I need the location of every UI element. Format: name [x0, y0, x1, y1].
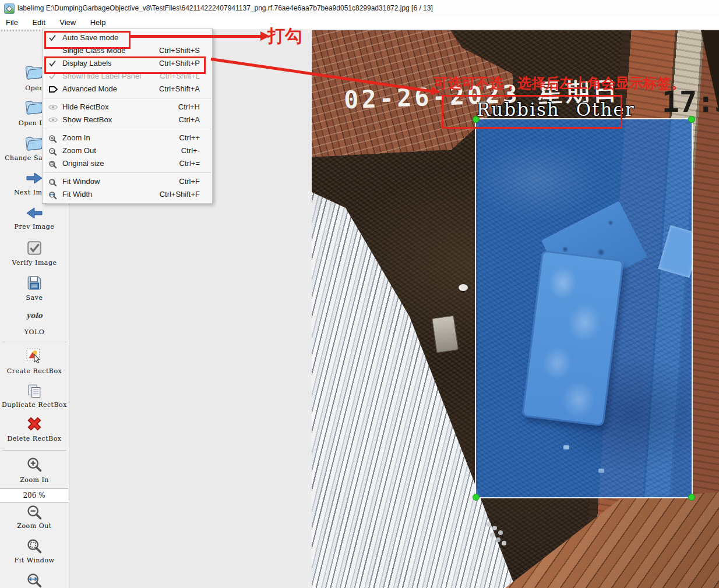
resize-handle-bottom-right[interactable]	[688, 494, 695, 501]
verify-check-icon[interactable]	[0, 240, 69, 258]
annotation-fill	[476, 119, 692, 497]
resize-handle-top-right[interactable]	[688, 116, 695, 123]
fit-window-icon[interactable]	[0, 538, 69, 557]
original-size-icon	[47, 157, 60, 170]
toolbar-duplicate-rectbox-button[interactable]: Duplicate RectBox	[0, 401, 69, 409]
arrow-left-icon[interactable]	[0, 206, 69, 223]
menu-separator	[44, 129, 211, 129]
zoom-in-icon	[47, 132, 60, 144]
toolbar-prev-image-button[interactable]: Prev Image	[0, 223, 69, 231]
app-icon	[4, 3, 15, 14]
title-bar: labelImg E:\DumpingGarbageObjective_v8\T…	[0, 0, 719, 17]
eye-icon	[47, 114, 60, 126]
highlight-box-display-labels	[44, 56, 206, 74]
toolbar-fit-window-button[interactable]: Fit Window	[0, 557, 69, 564]
fit-window-icon	[47, 175, 60, 188]
floppy-icon[interactable]	[0, 275, 69, 293]
duplicate-icon[interactable]	[0, 383, 69, 402]
fit-width-icon[interactable]	[0, 572, 69, 588]
menu-item-original-size[interactable]: Original size Ctrl+=	[43, 157, 212, 170]
zoom-out-icon	[47, 144, 60, 157]
menu-item-show-rectbox[interactable]: Show RectBox Ctrl+A	[43, 114, 212, 126]
toolbar-create-rectbox-button[interactable]: Create RectBox	[0, 367, 69, 375]
gray-bin-object	[432, 316, 459, 353]
zoom-in-icon[interactable]	[0, 456, 69, 475]
arrow-line-check	[129, 35, 262, 38]
fit-width-icon	[47, 188, 60, 201]
menu-item-fit-window[interactable]: Fit Window Ctrl+F	[43, 175, 212, 188]
annotation-rectbox[interactable]	[475, 118, 693, 498]
white-ball-object	[459, 284, 468, 291]
zoom-percent-input[interactable]: 206 %	[0, 488, 68, 502]
menubar-help[interactable]: Help	[84, 16, 112, 29]
toolbar-delete-rectbox-button[interactable]: Delete RectBox	[0, 435, 69, 442]
note-annotation-text: 可选可不选，选择后左上角会显示标签。	[433, 74, 685, 93]
delete-x-icon[interactable]	[0, 415, 69, 435]
labelimg-window: labelImg E:\DumpingGarbageObjective_v8\T…	[0, 0, 719, 588]
mattress-object	[521, 250, 624, 426]
yolo-text-icon[interactable]: yolo	[0, 311, 69, 320]
menu-item-fit-width[interactable]: Fit Width Ctrl+Shift+F	[43, 188, 212, 201]
window-title: labelImg E:\DumpingGarbageObjective_v8\T…	[17, 4, 433, 12]
menu-item-zoom-in[interactable]: Zoom In Ctrl++	[43, 132, 212, 144]
menubar-view[interactable]: View	[54, 16, 82, 29]
toolbar-separator	[2, 450, 66, 451]
zoom-out-icon[interactable]	[0, 504, 69, 523]
eye-icon	[47, 101, 60, 114]
highlight-box-auto-save	[44, 31, 131, 49]
check-annotation-text: 打勾	[267, 24, 302, 48]
menubar-file[interactable]: File	[0, 16, 24, 29]
toolbar-verify-image-button[interactable]: Verify Image	[0, 259, 69, 267]
menu-item-hide-rectbox[interactable]: Hide RectBox Ctrl+H	[43, 101, 212, 114]
resize-handle-bottom-left[interactable]	[473, 494, 480, 501]
view-menu-popup: Auto Save mode Single Class Mode Ctrl+Sh…	[42, 29, 213, 204]
highlight-box-rubbish-label	[442, 95, 622, 129]
toolbar-yolo-format-button[interactable]: YOLO	[0, 328, 69, 336]
chain-debris	[487, 522, 491, 527]
menubar-edit[interactable]: Edit	[26, 16, 51, 29]
menu-separator	[44, 172, 211, 173]
menu-separator	[44, 98, 211, 98]
menu-bar: File Edit View Help	[0, 16, 719, 29]
toolbar-save-button[interactable]: Save	[0, 294, 69, 302]
menu-item-advanced-mode[interactable]: Advanced Mode Ctrl+Shift+A	[43, 83, 212, 95]
advanced-mode-icon	[47, 83, 60, 95]
toolbar-separator	[2, 342, 66, 342]
toolbar-zoom-in-button[interactable]: Zoom In	[0, 476, 69, 484]
toolbar-zoom-out-button[interactable]: Zoom Out	[0, 522, 69, 530]
create-rectbox-icon[interactable]	[0, 347, 69, 366]
small-debris	[563, 445, 569, 449]
paper-object	[658, 225, 692, 278]
menu-item-zoom-out[interactable]: Zoom Out Ctrl+-	[43, 144, 212, 157]
